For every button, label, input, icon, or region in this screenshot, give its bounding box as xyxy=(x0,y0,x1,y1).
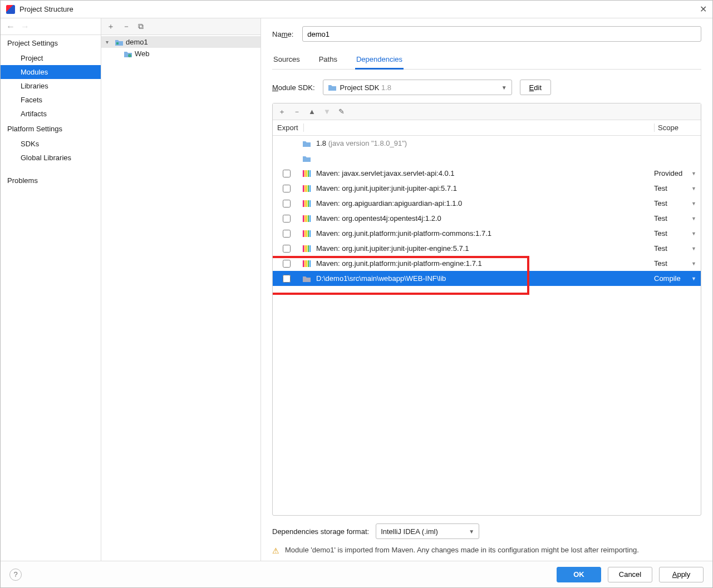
dependency-row[interactable]: Maven: org.apiguardian:apiguardian-api:1… xyxy=(273,196,701,211)
scope-select[interactable]: Provided▼ xyxy=(654,169,697,177)
app-icon xyxy=(6,5,15,14)
dependency-name: Maven: org.opentest4j:opentest4j:1.2.0 xyxy=(316,214,650,223)
move-up-icon[interactable]: ▲ xyxy=(308,107,316,116)
dependency-row[interactable]: Maven: org.junit.platform:junit-platform… xyxy=(273,256,701,271)
add-icon[interactable]: ＋ xyxy=(107,22,115,32)
library-icon xyxy=(302,245,312,252)
dependency-row[interactable]: Maven: org.junit.jupiter:junit-jupiter-e… xyxy=(273,241,701,256)
library-icon xyxy=(302,200,312,207)
add-icon[interactable]: ＋ xyxy=(278,107,286,117)
module-tabs: Sources Paths Dependencies xyxy=(272,52,701,70)
storage-label: Dependencies storage format: xyxy=(272,527,369,536)
col-export[interactable]: Export xyxy=(273,123,304,132)
module-sdk-label: Module SDK: xyxy=(272,83,315,92)
apply-button[interactable]: Apply xyxy=(659,567,704,582)
edit-sdk-button[interactable]: Edit xyxy=(520,80,551,95)
sidebar-item-facets[interactable]: Facets xyxy=(1,93,101,107)
export-checkbox[interactable] xyxy=(283,275,291,283)
export-checkbox[interactable] xyxy=(283,170,291,177)
titlebar: Project Structure ✕ xyxy=(1,1,712,18)
cancel-button[interactable]: Cancel xyxy=(608,567,652,582)
export-checkbox[interactable] xyxy=(283,200,291,207)
dependency-row[interactable]: Maven: javax.servlet:javax.servlet-api:4… xyxy=(273,166,701,181)
library-icon xyxy=(302,260,312,267)
folder-icon xyxy=(302,155,312,162)
scope-select[interactable]: Compile▼ xyxy=(654,274,697,283)
name-label: Name: xyxy=(272,30,293,38)
forward-icon[interactable]: → xyxy=(21,22,29,32)
chevron-down-icon[interactable]: ▾ xyxy=(106,39,112,45)
remove-icon[interactable]: － xyxy=(293,107,301,117)
dependency-name: Maven: org.junit.platform:junit-platform… xyxy=(316,259,650,268)
chevron-down-icon: ▼ xyxy=(501,85,507,91)
sdk-folder-icon xyxy=(328,83,337,91)
storage-value: IntelliJ IDEA (.iml) xyxy=(381,527,438,536)
tab-sources[interactable]: Sources xyxy=(272,52,301,69)
settings-sidebar: ← → Project Settings Project Modules Lib… xyxy=(1,18,101,561)
export-checkbox[interactable] xyxy=(283,245,291,253)
tree-item-label: Web xyxy=(135,50,150,58)
warning-icon: ⚠ xyxy=(272,546,279,555)
back-icon[interactable]: ← xyxy=(6,22,15,32)
tree-item-demo1[interactable]: ▾ demo1 xyxy=(101,36,260,48)
close-icon[interactable]: ✕ xyxy=(700,4,707,14)
dependency-row[interactable] xyxy=(273,151,701,166)
tree-item-label: demo1 xyxy=(126,38,148,46)
warning-row: ⚠ Module 'demo1' is imported from Maven.… xyxy=(272,543,701,561)
scope-select[interactable]: Test▼ xyxy=(654,259,697,268)
export-checkbox[interactable] xyxy=(283,185,291,192)
export-checkbox[interactable] xyxy=(283,230,291,238)
library-icon xyxy=(302,185,312,192)
help-button[interactable]: ? xyxy=(9,569,22,581)
sidebar-history-nav: ← → xyxy=(1,18,101,35)
sidebar-item-modules[interactable]: Modules xyxy=(1,65,101,79)
folder-icon xyxy=(302,140,312,147)
module-folder-icon xyxy=(115,38,124,46)
tab-paths[interactable]: Paths xyxy=(318,52,338,69)
sdk-value: Project SDK 1.8 xyxy=(340,83,392,92)
dependency-row[interactable]: 1.8 (java version "1.8.0_91") xyxy=(273,136,701,151)
scope-select[interactable]: Test▼ xyxy=(654,214,697,223)
svg-point-1 xyxy=(128,54,131,57)
remove-icon[interactable]: － xyxy=(122,22,130,32)
tree-toolbar: ＋ － ⧉ xyxy=(101,18,260,35)
dependency-row[interactable]: Maven: org.opentest4j:opentest4j:1.2.0Te… xyxy=(273,211,701,226)
dependency-name: D:\demo1\src\main\webapp\WEB-INF\lib xyxy=(316,274,650,283)
sidebar-item-global-libraries[interactable]: Global Libraries xyxy=(1,151,101,165)
dependency-name: Maven: org.junit.jupiter:junit-jupiter-e… xyxy=(316,244,650,253)
chevron-down-icon: ▼ xyxy=(469,528,474,535)
name-input[interactable] xyxy=(302,26,701,42)
sidebar-item-artifacts[interactable]: Artifacts xyxy=(1,107,101,121)
dependencies-table: ＋ － ▲ ▼ ✎ Export Scope 1.8 (java version… xyxy=(272,103,701,516)
ok-button[interactable]: OK xyxy=(557,567,601,582)
sidebar-item-sdks[interactable]: SDKs xyxy=(1,137,101,151)
export-checkbox[interactable] xyxy=(283,260,291,268)
storage-format-select[interactable]: IntelliJ IDEA (.iml) ▼ xyxy=(376,523,479,539)
scope-select[interactable]: Test▼ xyxy=(654,199,697,207)
dependency-name: Maven: org.apiguardian:apiguardian-api:1… xyxy=(316,199,650,207)
scope-select[interactable]: Test▼ xyxy=(654,244,697,253)
sidebar-item-problems[interactable]: Problems xyxy=(1,172,101,189)
edit-icon[interactable]: ✎ xyxy=(338,107,345,116)
tree-item-web[interactable]: Web xyxy=(101,48,260,60)
scope-select[interactable]: Test▼ xyxy=(654,184,697,192)
sidebar-item-libraries[interactable]: Libraries xyxy=(1,79,101,93)
sidebar-item-project[interactable]: Project xyxy=(1,51,101,65)
tab-dependencies[interactable]: Dependencies xyxy=(355,52,404,70)
dependency-name: Maven: org.junit.platform:junit-platform… xyxy=(316,229,650,238)
move-down-icon[interactable]: ▼ xyxy=(323,107,331,116)
dependency-row[interactable]: Maven: org.junit.jupiter:junit-jupiter-a… xyxy=(273,181,701,196)
module-tree-panel: ＋ － ⧉ ▾ demo1 Web xyxy=(101,18,261,561)
export-checkbox[interactable] xyxy=(283,215,291,223)
dependency-row[interactable]: D:\demo1\src\main\webapp\WEB-INF\libComp… xyxy=(273,271,701,286)
dependency-row[interactable]: Maven: org.junit.platform:junit-platform… xyxy=(273,226,701,241)
scope-select[interactable]: Test▼ xyxy=(654,229,697,238)
module-sdk-select[interactable]: Project SDK 1.8 ▼ xyxy=(323,80,512,95)
copy-icon[interactable]: ⧉ xyxy=(138,22,144,31)
web-folder-icon xyxy=(124,50,132,58)
directory-icon xyxy=(302,275,312,283)
col-scope[interactable]: Scope xyxy=(654,123,701,132)
module-content: Name: Sources Paths Dependencies Module … xyxy=(261,18,712,561)
window-title: Project Structure xyxy=(19,5,700,13)
svg-rect-0 xyxy=(116,42,119,45)
